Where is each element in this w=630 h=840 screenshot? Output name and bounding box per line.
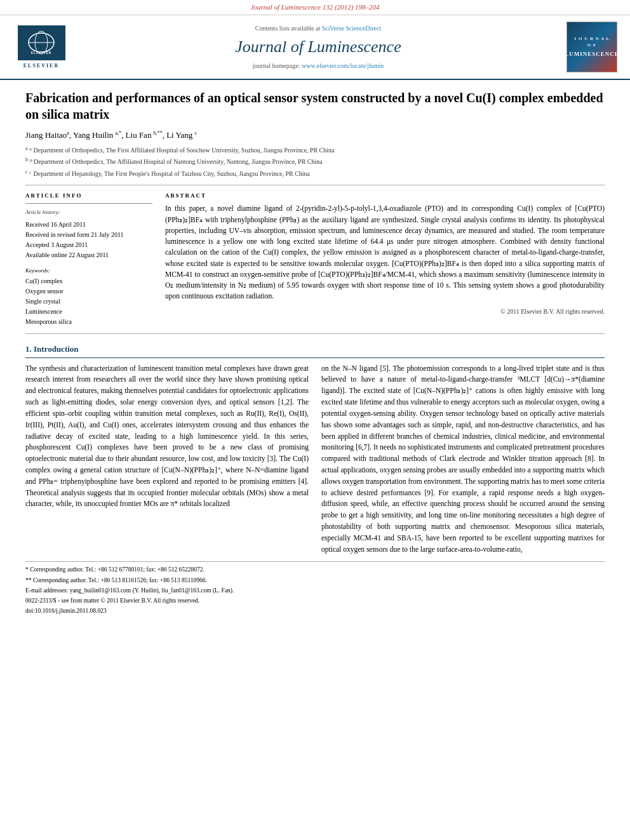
received-date: Received 16 April 2011 bbox=[25, 220, 152, 230]
journal-homepage: journal homepage: www.elsevier.com/locat… bbox=[70, 62, 566, 70]
affiliation-c: c ᶜ Department of Hepatology, The First … bbox=[25, 168, 605, 178]
keywords-list: Cu(I) complex Oxygen sensor Single cryst… bbox=[25, 276, 152, 327]
abstract-text: In this paper, a novel diamine ligand of… bbox=[165, 203, 605, 302]
article-info-abstract: ARTICLE INFO Article history: Received 1… bbox=[25, 192, 605, 328]
introduction-section: 1. Introduction The synthesis and charac… bbox=[25, 343, 605, 555]
history-label: Article history: bbox=[25, 208, 152, 217]
affiliation-b: b ᵇ Department of Orthopedics, The Affil… bbox=[25, 156, 605, 166]
divider-1 bbox=[25, 185, 605, 185]
abstract-header: ABSTRACT bbox=[165, 192, 605, 200]
elsevier-logo-box: ELSEVIER bbox=[18, 25, 65, 60]
accepted-date: Accepted 3 August 2011 bbox=[25, 240, 152, 250]
online-date: Available online 22 August 2011 bbox=[25, 250, 152, 260]
journal-title: Journal of Luminescence bbox=[70, 36, 566, 58]
kw-2: Oxygen sensor bbox=[25, 286, 152, 297]
divider-2 bbox=[25, 333, 605, 334]
footnote-emails: E-mail addresses: yang_huilin01@163.com … bbox=[25, 586, 605, 595]
authors-line: Jiang Haitaoa, Yang Huilin a,*, Liu Fan … bbox=[25, 129, 605, 141]
footnote-section: * Corresponding author. Tel.: +86 512 67… bbox=[25, 561, 605, 615]
introduction-body: The synthesis and characterization of lu… bbox=[25, 363, 605, 556]
revised-date: Received in revised form 21 July 2011 bbox=[25, 230, 152, 240]
journal-logo-right: J O U R N A L O F LUMINESCENCE bbox=[566, 22, 617, 72]
homepage-label: journal homepage: bbox=[253, 62, 300, 69]
kw-3: Single crystal bbox=[25, 297, 152, 307]
intro-col-1: The synthesis and characterization of lu… bbox=[25, 363, 309, 556]
elsevier-text: ELSEVIER bbox=[23, 62, 59, 69]
abstract-col: ABSTRACT In this paper, a novel diamine … bbox=[165, 192, 605, 328]
affiliations: a ᵃ Department of Orthopedics, The First… bbox=[25, 145, 605, 178]
footnote-star1: * Corresponding author. Tel.: +86 512 67… bbox=[25, 565, 605, 574]
paper-title: Fabrication and performances of an optic… bbox=[25, 90, 605, 123]
footnote-star2: ** Corresponding author. Tel.: +86 513 8… bbox=[25, 576, 605, 585]
keywords-label: Keywords: bbox=[25, 267, 152, 275]
logo-right-text: J O U R N A L O F LUMINESCENCE bbox=[565, 36, 619, 58]
journal-title-block: Contents lists available at SciVerse Sci… bbox=[70, 24, 566, 70]
article-info-header: ARTICLE INFO bbox=[25, 192, 152, 200]
author-jiang: Jiang Haitaoa, Yang Huilin a,*, Liu Fan … bbox=[25, 130, 197, 140]
affiliation-a: a ᵃ Department of Orthopedics, The First… bbox=[25, 145, 605, 155]
keywords-section: Keywords: Cu(I) complex Oxygen sensor Si… bbox=[25, 267, 152, 328]
journal-header: ELSEVIER ELSEVIER Contents lists availab… bbox=[0, 15, 630, 80]
sciverse-prefix: Contents lists available at bbox=[255, 25, 320, 32]
homepage-link[interactable]: www.elsevier.com/locate/jlumin bbox=[302, 62, 384, 69]
footnote-issn: 0022-2313/$ - see front matter © 2011 El… bbox=[25, 596, 605, 605]
intro-col-2: on the N–N ligand [5]. The photoemission… bbox=[321, 363, 605, 556]
main-content: Fabrication and performances of an optic… bbox=[0, 80, 630, 629]
footnote-doi: doi:10.1016/j.jlumin.2011.08.023 bbox=[25, 606, 605, 615]
kw-4: Luminescence bbox=[25, 307, 152, 317]
kw-5: Mesoporous silica bbox=[25, 317, 152, 327]
article-info-col: ARTICLE INFO Article history: Received 1… bbox=[25, 192, 152, 328]
journal-reference-text: Journal of Luminescence 132 (2012) 198–2… bbox=[250, 3, 379, 11]
sciverse-link[interactable]: SciVerse ScienceDirect bbox=[322, 25, 382, 32]
copyright-line: © 2011 Elsevier B.V. All rights reserved… bbox=[165, 307, 605, 316]
introduction-title: 1. Introduction bbox=[25, 343, 605, 357]
elsevier-logo-container: ELSEVIER ELSEVIER bbox=[13, 25, 70, 69]
journal-reference-bar: Journal of Luminescence 132 (2012) 198–2… bbox=[0, 0, 630, 15]
svg-text:ELSEVIER: ELSEVIER bbox=[30, 51, 51, 55]
sciverse-line: Contents lists available at SciVerse Sci… bbox=[70, 24, 566, 33]
article-history-box: Article history: Received 16 April 2011 … bbox=[25, 203, 152, 260]
kw-1: Cu(I) complex bbox=[25, 276, 152, 286]
